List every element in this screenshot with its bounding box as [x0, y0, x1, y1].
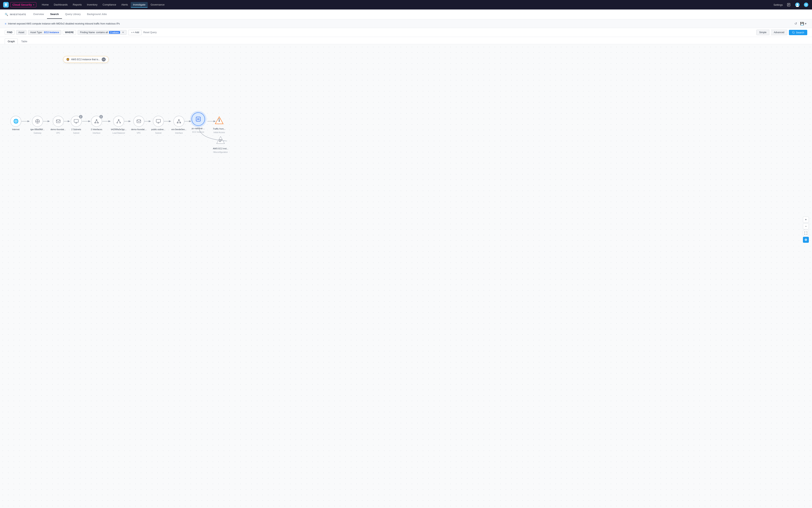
vpc1-node-sublabel: VPC [56, 132, 60, 134]
description-text: Internet exposed AWS compute instance wi… [8, 22, 120, 25]
user-avatar[interactable] [795, 2, 800, 7]
tab-table[interactable]: Table [18, 39, 30, 44]
nav-dashboards[interactable]: Dashboards [51, 2, 70, 8]
investigate-header: 🔍 INVESTIGATE Overview Search Query Libr… [0, 9, 812, 19]
asset-type-value: EC2 Instance [44, 31, 59, 34]
eni-node-circle [173, 116, 184, 127]
svg-rect-27 [74, 119, 78, 122]
query-bar-right: Simple Advanced Search [756, 30, 807, 35]
help-icon[interactable]: ✦ [803, 2, 809, 7]
interfaces-badge: 2 [99, 115, 103, 119]
ec2-node-label: pc-national-... [192, 127, 205, 130]
investigate-title: INVESTIGATE [10, 13, 26, 15]
product-selector[interactable]: Cloud Security ▾ [10, 2, 36, 7]
advanced-button[interactable]: Advanced [771, 30, 787, 35]
nav-reports[interactable]: Reports [71, 2, 84, 8]
tab-graph[interactable]: Graph [5, 39, 18, 44]
asset-type-colon: : [43, 31, 43, 34]
nav-alerts[interactable]: Alerts [119, 2, 130, 8]
search-label: Search [796, 31, 804, 34]
product-chevron-icon: ▾ [33, 4, 34, 6]
node-internet[interactable]: 🌐 Internet [10, 116, 21, 131]
condition-op: contains all [96, 31, 108, 34]
search-button[interactable]: Search [789, 30, 807, 35]
node-ec2[interactable]: pc-national-... EC2 Instance [191, 112, 205, 133]
search-icon [792, 31, 795, 34]
docs-icon[interactable] [786, 2, 792, 7]
node-finding[interactable]: Traffic from... Initial Access [213, 114, 226, 133]
svg-line-10 [794, 33, 795, 34]
fit-screen-button[interactable] [803, 230, 809, 236]
svg-point-28 [96, 119, 97, 120]
nav-compliance[interactable]: Compliance [100, 2, 119, 8]
settings-link[interactable]: Settings [773, 3, 783, 6]
node-eni[interactable]: eni-0eede0ee... Interface [171, 116, 186, 134]
graph-canvas[interactable]: 🦁 AWS EC2 instance that is... 11 🌐 Inter… [0, 44, 812, 508]
svg-point-34 [118, 119, 119, 120]
tab-background-jobs[interactable]: Background Jobs [84, 10, 110, 19]
bubble-count: 11 [102, 57, 106, 61]
interfaces-node-circle: 2 [91, 116, 102, 127]
node-igw[interactable]: igw-08bd9fbf... Gateway [31, 116, 45, 134]
tab-query-library[interactable]: Query Library [62, 10, 84, 19]
node-vpc1[interactable]: demo-foundat... VPC [51, 116, 66, 134]
search-magnifier-icon: 🔍 [5, 13, 8, 16]
lb-node-label: b4299fa3e3gc... [111, 128, 127, 131]
description-icon: ≡ [5, 22, 6, 25]
nav-inventory[interactable]: Inventory [85, 2, 100, 8]
svg-line-32 [97, 120, 98, 122]
node-subnets[interactable]: 2 2 Subnets Subnet [71, 116, 82, 134]
vpc2-node-sublabel: VPC [137, 132, 141, 134]
where-tag: WHERE [63, 30, 76, 35]
eni-node-sublabel: Interface [175, 132, 183, 134]
svg-point-36 [120, 122, 121, 123]
main-content: 🔍 INVESTIGATE Overview Search Query Libr… [0, 9, 812, 508]
target-icon [805, 239, 807, 241]
svg-point-9 [793, 31, 794, 33]
app-logo[interactable] [3, 2, 9, 7]
target-button[interactable] [803, 237, 809, 243]
description-left: ≡ Internet exposed AWS compute instance … [5, 22, 120, 25]
lb-node-circle [113, 116, 124, 127]
asset-type-tag[interactable]: Asset Type : EC2 Instance [28, 30, 61, 35]
node-subnet2[interactable]: public-subne... Subnet [151, 116, 166, 134]
zoom-out-button[interactable]: − [803, 223, 809, 229]
condition-field: Finding Name [80, 31, 95, 34]
zoom-in-button[interactable]: + [803, 217, 809, 223]
nav-governance[interactable]: Governance [148, 2, 167, 8]
view-tabs: Graph Table [0, 37, 812, 44]
tab-overview[interactable]: Overview [30, 10, 47, 19]
svg-line-43 [178, 120, 179, 122]
igw-node-circle [32, 116, 43, 127]
node-misconfiguration[interactable]: AWS EC2 inst... Misconfiguration [213, 134, 228, 153]
add-condition-button[interactable]: ＋ + Add [128, 30, 142, 35]
save-button[interactable]: 💾 ▾ [799, 21, 807, 26]
subnet2-node-sublabel: Subnet [155, 132, 162, 134]
svg-line-31 [95, 120, 97, 122]
lb-node-sublabel: Load Balancer [112, 132, 125, 134]
subnets-node-sublabel: Subnet [73, 132, 79, 134]
simple-button[interactable]: Simple [756, 30, 770, 35]
nav-investigate[interactable]: Investigate [131, 2, 148, 8]
node-interfaces[interactable]: 2 2 Interfaces Interface [91, 116, 102, 134]
svg-rect-52 [219, 120, 220, 122]
svg-line-37 [117, 120, 119, 122]
undo-button[interactable]: ↺ [794, 21, 798, 26]
svg-point-58 [806, 239, 806, 240]
tab-search[interactable]: Search [47, 10, 62, 19]
condition-tag[interactable]: Finding Name contains all 3 values ✕ [78, 30, 127, 35]
add-icon: ＋ [131, 31, 133, 34]
svg-marker-53 [217, 136, 225, 143]
misc-node-sublabel: Misconfiguration [214, 151, 228, 153]
svg-rect-51 [218, 119, 220, 119]
condition-close-icon[interactable]: ✕ [122, 31, 124, 34]
svg-point-40 [179, 119, 179, 120]
nav-home[interactable]: Home [40, 2, 51, 8]
ec2-node-circle [191, 112, 205, 126]
node-lb[interactable]: b4299fa3e3gc... Load Balancer [111, 116, 127, 134]
node-vpc2[interactable]: demo-foundat... VPC [131, 116, 146, 134]
vpc2-node-label: demo-foundat... [131, 128, 146, 131]
reset-query-button[interactable]: Reset Query [143, 31, 156, 34]
subnet2-node-circle [153, 116, 164, 127]
vpc2-node-circle [133, 116, 144, 127]
